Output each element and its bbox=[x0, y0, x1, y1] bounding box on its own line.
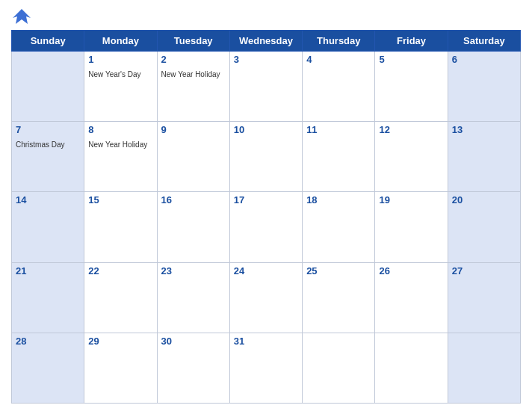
day-event: New Year's Day bbox=[88, 70, 140, 78]
day-number: 27 bbox=[452, 265, 516, 276]
calendar-week-4: 21222324252627 bbox=[12, 262, 521, 333]
day-number: 3 bbox=[234, 54, 298, 65]
calendar-cell: 18 bbox=[303, 192, 375, 262]
calendar-cell: 16 bbox=[157, 192, 229, 262]
calendar-cell: 28 bbox=[12, 333, 84, 403]
day-number: 17 bbox=[234, 194, 298, 206]
logo bbox=[11, 7, 35, 25]
calendar-cell: 17 bbox=[229, 192, 302, 262]
day-number: 11 bbox=[306, 124, 371, 135]
day-number: 9 bbox=[161, 124, 226, 135]
day-number: 15 bbox=[88, 194, 152, 206]
calendar-cell: 20 bbox=[448, 192, 520, 262]
day-number: 28 bbox=[16, 336, 80, 347]
calendar-cell: 3 bbox=[229, 52, 302, 122]
calendar-cell: 31 bbox=[229, 333, 302, 403]
day-number: 5 bbox=[379, 54, 443, 65]
calendar-cell: 22 bbox=[84, 262, 157, 333]
calendar-cell: 5 bbox=[375, 52, 448, 122]
day-number: 12 bbox=[379, 124, 443, 135]
day-number: 24 bbox=[234, 265, 298, 276]
calendar-cell bbox=[375, 333, 448, 403]
calendar-cell: 8New Year Holiday bbox=[84, 122, 157, 192]
calendar-week-3: 14151617181920 bbox=[12, 192, 521, 262]
day-number: 14 bbox=[16, 194, 80, 206]
calendar-cell: 10 bbox=[229, 122, 302, 192]
day-number: 10 bbox=[234, 124, 298, 135]
weekday-header-friday: Friday bbox=[375, 31, 448, 52]
weekday-header-tuesday: Tuesday bbox=[157, 31, 229, 52]
calendar-cell: 25 bbox=[303, 262, 375, 333]
day-number: 13 bbox=[452, 124, 516, 135]
logo-bird-icon bbox=[11, 7, 32, 25]
calendar-header bbox=[11, 7, 521, 25]
calendar-cell: 7Christmas Day bbox=[12, 122, 84, 192]
day-number: 7 bbox=[16, 124, 80, 135]
calendar-cell bbox=[12, 52, 84, 122]
day-number: 18 bbox=[306, 194, 371, 206]
day-number: 31 bbox=[234, 336, 298, 347]
calendar-cell: 4 bbox=[303, 52, 375, 122]
calendar-cell: 2New Year Holiday bbox=[157, 52, 229, 122]
day-number: 25 bbox=[306, 265, 371, 276]
weekday-header-sunday: Sunday bbox=[12, 31, 84, 52]
calendar-cell: 19 bbox=[375, 192, 448, 262]
calendar-cell bbox=[448, 333, 520, 403]
calendar-cell: 21 bbox=[12, 262, 84, 333]
calendar-cell: 11 bbox=[303, 122, 375, 192]
calendar-week-2: 7Christmas Day8New Year Holiday910111213 bbox=[12, 122, 521, 192]
day-number: 8 bbox=[88, 124, 152, 135]
day-number: 21 bbox=[16, 265, 80, 276]
calendar-cell: 26 bbox=[375, 262, 448, 333]
calendar-cell: 15 bbox=[84, 192, 157, 262]
calendar-week-5: 28293031 bbox=[12, 333, 521, 403]
day-event: New Year Holiday bbox=[161, 70, 220, 78]
day-number: 29 bbox=[88, 336, 152, 347]
calendar-cell: 6 bbox=[448, 52, 520, 122]
day-number: 16 bbox=[161, 194, 226, 206]
svg-marker-0 bbox=[13, 9, 31, 24]
calendar-week-1: 1New Year's Day2New Year Holiday3456 bbox=[12, 52, 521, 122]
calendar-cell: 9 bbox=[157, 122, 229, 192]
day-number: 1 bbox=[88, 54, 152, 65]
day-number: 6 bbox=[452, 54, 516, 65]
day-number: 19 bbox=[379, 194, 443, 206]
calendar-cell bbox=[303, 333, 375, 403]
weekday-header-saturday: Saturday bbox=[448, 31, 520, 52]
weekday-header-thursday: Thursday bbox=[303, 31, 375, 52]
calendar-cell: 30 bbox=[157, 333, 229, 403]
day-number: 2 bbox=[161, 54, 226, 65]
calendar-cell: 29 bbox=[84, 333, 157, 403]
calendar-cell: 14 bbox=[12, 192, 84, 262]
calendar-table: SundayMondayTuesdayWednesdayThursdayFrid… bbox=[11, 30, 521, 404]
weekday-header-monday: Monday bbox=[84, 31, 157, 52]
calendar-cell: 12 bbox=[375, 122, 448, 192]
day-number: 26 bbox=[379, 265, 443, 276]
day-event: Christmas Day bbox=[16, 140, 65, 149]
day-number: 30 bbox=[161, 336, 226, 347]
calendar-body: 1New Year's Day2New Year Holiday34567Chr… bbox=[12, 52, 521, 404]
calendar-cell: 27 bbox=[448, 262, 520, 333]
day-number: 22 bbox=[88, 265, 152, 276]
weekday-header-wednesday: Wednesday bbox=[229, 31, 302, 52]
calendar-cell: 24 bbox=[229, 262, 302, 333]
calendar-cell: 13 bbox=[448, 122, 520, 192]
calendar-cell: 23 bbox=[157, 262, 229, 333]
day-number: 20 bbox=[452, 194, 516, 206]
calendar-cell: 1New Year's Day bbox=[84, 52, 157, 122]
calendar-header-row: SundayMondayTuesdayWednesdayThursdayFrid… bbox=[12, 31, 521, 52]
day-number: 23 bbox=[161, 265, 226, 276]
day-event: New Year Holiday bbox=[88, 140, 147, 149]
day-number: 4 bbox=[306, 54, 371, 65]
